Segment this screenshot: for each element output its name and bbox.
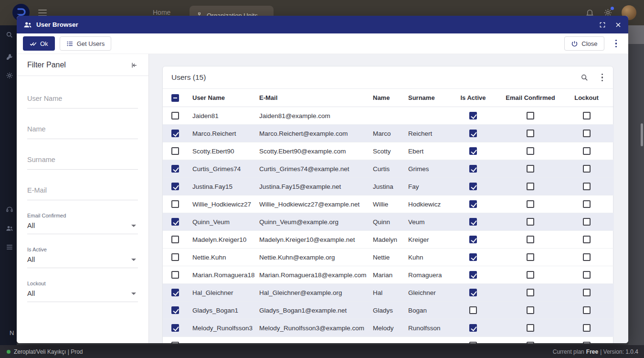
users-icon[interactable]	[6, 225, 13, 232]
table-row[interactable]: Marian.Romaguera18Marian.Romaguera18@exa…	[163, 266, 614, 284]
table-row[interactable]: Justina.Fay15Justina.Fay15@example.netJu…	[163, 178, 614, 195]
list-icon[interactable]	[6, 243, 13, 251]
table-row[interactable]: Curtis_Grimes74Curtis_Grimes74@example.n…	[163, 160, 614, 178]
is-active-checkbox[interactable]	[469, 253, 477, 261]
name-filter-input[interactable]	[27, 124, 138, 139]
is-active-checkbox[interactable]	[469, 342, 477, 343]
email-confirmed-checkbox[interactable]	[527, 236, 534, 243]
select-all-checkbox[interactable]	[171, 94, 179, 102]
row-select-checkbox[interactable]	[171, 112, 179, 119]
row-select-checkbox[interactable]	[171, 236, 179, 243]
column-user-name[interactable]: User Name	[188, 89, 254, 107]
email-confirmed-checkbox[interactable]	[527, 289, 534, 296]
is-active-checkbox[interactable]	[469, 271, 477, 279]
email-confirmed-checkbox[interactable]	[527, 271, 534, 279]
fullscreen-icon[interactable]	[599, 22, 606, 28]
collapse-panel-icon[interactable]	[131, 62, 138, 69]
column-is-active[interactable]: Is Active	[444, 89, 502, 107]
table-overflow-menu-icon[interactable]	[600, 72, 605, 83]
table-row[interactable]: Scotty.Ebert90Scotty.Ebert90@example.com…	[163, 142, 614, 160]
is-active-checkbox[interactable]	[469, 218, 477, 226]
row-select-checkbox[interactable]	[171, 271, 179, 279]
table-row[interactable]: Quinn_VeumQuinn_Veum@example.orgQuinnVeu…	[163, 213, 614, 231]
is-active-checkbox[interactable]	[469, 165, 477, 173]
tools-icon[interactable]	[6, 53, 13, 61]
search-icon[interactable]	[581, 74, 589, 82]
is-active-checkbox[interactable]	[469, 306, 477, 314]
close-icon[interactable]	[615, 22, 622, 28]
lockout-select[interactable]: Lockout All	[27, 281, 138, 302]
lockout-checkbox[interactable]	[583, 130, 591, 137]
toolbar-overflow-menu-icon[interactable]	[614, 38, 619, 49]
email-filter-input[interactable]	[27, 185, 138, 200]
lockout-checkbox[interactable]	[583, 253, 591, 261]
table-row[interactable]	[163, 337, 614, 344]
email-confirmed-checkbox[interactable]	[527, 253, 534, 261]
email-confirmed-checkbox[interactable]	[527, 306, 534, 314]
row-select-checkbox[interactable]	[171, 342, 179, 343]
email-confirmed-checkbox[interactable]	[527, 218, 534, 226]
email-confirmed-select[interactable]: Email Confirmed All	[27, 213, 138, 234]
is-active-checkbox[interactable]	[469, 147, 477, 155]
lockout-checkbox[interactable]	[583, 218, 591, 226]
column-name[interactable]: Name	[368, 89, 403, 107]
is-active-select[interactable]: Is Active All	[27, 247, 138, 268]
surname-filter-input[interactable]	[27, 155, 138, 170]
tab-home[interactable]: Home	[153, 9, 170, 16]
search-icon[interactable]	[6, 31, 13, 39]
email-confirmed-checkbox[interactable]	[527, 324, 534, 332]
is-active-checkbox[interactable]	[469, 324, 477, 332]
get-users-button[interactable]: Get Users	[60, 36, 112, 51]
close-button[interactable]: Close	[564, 36, 604, 51]
lockout-checkbox[interactable]	[583, 342, 591, 343]
lockout-checkbox[interactable]	[583, 324, 591, 332]
table-row[interactable]: Jaiden81Jaiden81@example.com	[163, 107, 614, 125]
table-row[interactable]: Hal_GleichnerHal_Gleichner@example.orgHa…	[163, 284, 614, 302]
row-select-checkbox[interactable]	[171, 165, 179, 173]
email-confirmed-checkbox[interactable]	[527, 147, 534, 155]
table-row[interactable]: Madelyn.Kreiger10Madelyn.Kreiger10@examp…	[163, 231, 614, 249]
email-confirmed-checkbox[interactable]	[527, 183, 534, 190]
row-select-checkbox[interactable]	[171, 306, 179, 314]
table-row[interactable]: Marco.ReichertMarco.Reichert@example.com…	[163, 125, 614, 142]
table-row[interactable]: Gladys_Bogan1Gladys_Bogan1@example.netGl…	[163, 302, 614, 319]
email-confirmed-checkbox[interactable]	[527, 165, 534, 173]
lockout-checkbox[interactable]	[583, 306, 591, 314]
headset-icon[interactable]	[6, 206, 13, 213]
lockout-checkbox[interactable]	[583, 112, 591, 119]
lockout-checkbox[interactable]	[583, 183, 591, 190]
email-confirmed-checkbox[interactable]	[527, 112, 534, 119]
is-active-checkbox[interactable]	[469, 112, 477, 119]
email-confirmed-checkbox[interactable]	[527, 130, 534, 137]
row-select-checkbox[interactable]	[171, 130, 179, 137]
lockout-checkbox[interactable]	[583, 271, 591, 279]
table-row[interactable]: Willie_Hodkiewicz27Willie_Hodkiewicz27@e…	[163, 195, 614, 213]
table-row[interactable]: Melody_Runolfsson3Melody_Runolfsson3@exa…	[163, 319, 614, 337]
is-active-checkbox[interactable]	[469, 183, 477, 190]
row-select-checkbox[interactable]	[171, 253, 179, 261]
email-confirmed-checkbox[interactable]	[527, 200, 534, 208]
page-scrollbar[interactable]	[641, 123, 643, 146]
row-select-checkbox[interactable]	[171, 147, 179, 155]
email-confirmed-checkbox[interactable]	[527, 342, 534, 343]
row-select-checkbox[interactable]	[171, 324, 179, 332]
row-select-checkbox[interactable]	[171, 200, 179, 208]
username-filter-input[interactable]	[27, 94, 138, 108]
row-select-checkbox[interactable]	[171, 289, 179, 296]
column-email[interactable]: E-Mail	[254, 89, 368, 107]
column-lockout[interactable]: Lockout	[559, 89, 614, 107]
is-active-checkbox[interactable]	[469, 130, 477, 137]
lockout-checkbox[interactable]	[583, 289, 591, 296]
lockout-checkbox[interactable]	[583, 236, 591, 243]
lockout-checkbox[interactable]	[583, 147, 591, 155]
is-active-checkbox[interactable]	[469, 289, 477, 296]
table-row[interactable]: Nettie.KuhnNettie.Kuhn@example.orgNettie…	[163, 249, 614, 266]
is-active-checkbox[interactable]	[469, 236, 477, 243]
lockout-checkbox[interactable]	[583, 165, 591, 173]
column-email-confirmed[interactable]: Email Confirmed	[502, 89, 559, 107]
ok-button[interactable]: Ok	[23, 36, 55, 51]
row-select-checkbox[interactable]	[171, 183, 179, 190]
column-surname[interactable]: Surname	[403, 89, 444, 107]
is-active-checkbox[interactable]	[469, 200, 477, 208]
lockout-checkbox[interactable]	[583, 200, 591, 208]
